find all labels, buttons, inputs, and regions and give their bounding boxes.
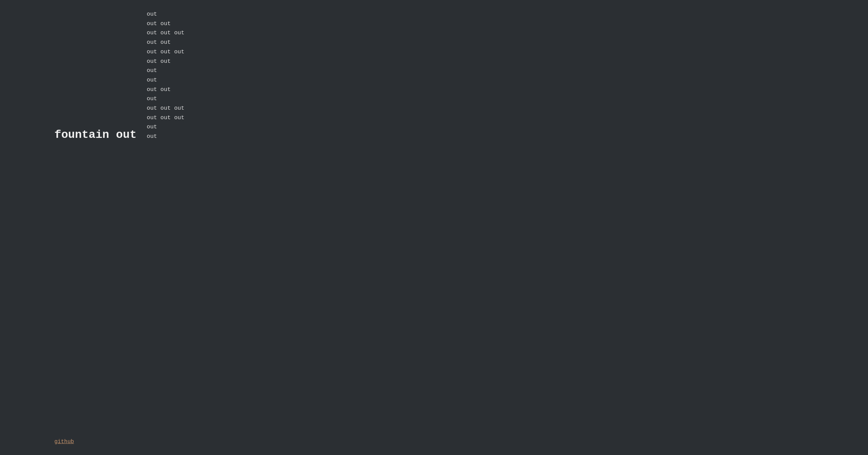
list-item: out out out	[147, 28, 185, 38]
list-item: out	[147, 10, 185, 19]
out-lines-container: outout outout out outout outout out outo…	[147, 10, 185, 141]
list-item: out	[147, 94, 185, 104]
list-item: out out out	[147, 104, 185, 113]
list-item: out	[147, 66, 185, 75]
list-item: out	[147, 132, 185, 141]
list-item: out	[147, 75, 185, 85]
list-item: out out	[147, 85, 185, 94]
list-item: out out	[147, 38, 185, 47]
fountain-label: fountain out	[0, 128, 147, 143]
list-item: out out out	[147, 113, 185, 123]
main-content: fountain out outout outout out outout ou…	[0, 0, 868, 148]
list-item: out out	[147, 57, 185, 66]
list-item: out out	[147, 19, 185, 29]
github-link[interactable]: github	[54, 439, 74, 445]
list-item: out	[147, 122, 185, 132]
list-item: out out out	[147, 47, 185, 57]
